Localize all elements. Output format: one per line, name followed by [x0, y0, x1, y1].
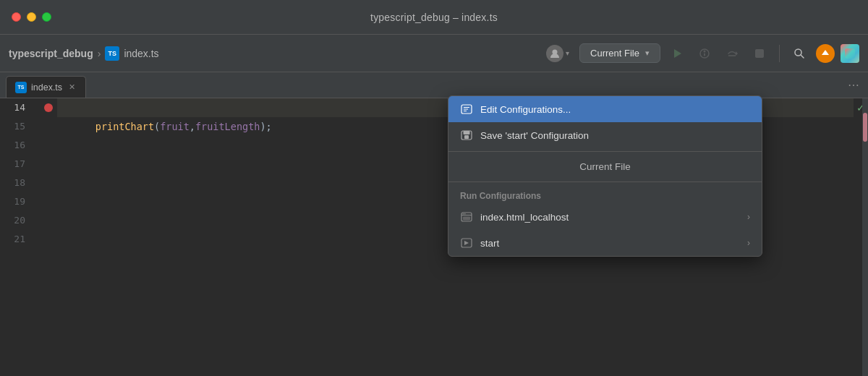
dropdown-separator: [448, 151, 762, 152]
gutter-cell: [40, 136, 57, 155]
breakpoint-cell[interactable]: [40, 98, 57, 117]
svg-rect-18: [464, 135, 469, 139]
gutter-cell: [40, 230, 57, 249]
run-config-dropdown-arrow: ▾: [645, 48, 650, 58]
run-config-button[interactable]: Current File ▾: [579, 43, 660, 63]
edit-config-icon: [460, 103, 473, 116]
editor-area: 14 15 16 17 18 19 20 21 printChart(fruit…: [0, 98, 868, 376]
dropdown-item-index-html[interactable]: index.html_localhost ›: [448, 204, 762, 230]
chevron-right-icon-2: ›: [747, 238, 750, 248]
svg-rect-11: [845, 48, 855, 59]
tab-close-button[interactable]: ✕: [67, 82, 77, 93]
user-avatar: [546, 45, 563, 62]
edit-configs-label: Edit Configurations...: [480, 104, 571, 115]
project-name[interactable]: typescript_debug: [9, 48, 93, 59]
gutter-cell: [40, 174, 57, 192]
index-html-label: index.html_localhost: [480, 212, 569, 223]
window-title: typescript_debug – index.ts: [370, 12, 498, 23]
line-number: 14: [0, 98, 33, 117]
start-run-icon: [460, 236, 473, 249]
line-number: 21: [0, 230, 33, 249]
svg-line-9: [801, 55, 804, 58]
start-label: start: [480, 238, 499, 249]
run-button[interactable]: [666, 43, 688, 64]
search-button[interactable]: [788, 43, 810, 64]
editor-gutter: [40, 98, 57, 376]
browser-run-icon: [460, 210, 473, 223]
run-configs-header: Run Configurations: [448, 185, 762, 204]
gutter-cell: [40, 155, 57, 174]
breadcrumb: typescript_debug › TS index.ts: [9, 46, 536, 61]
traffic-lights: [12, 12, 51, 22]
dropdown-menu: Edit Configurations... Save 'start' Conf…: [448, 95, 762, 257]
svg-point-21: [463, 213, 464, 215]
debug-button[interactable]: [694, 43, 715, 64]
gutter-cell: [40, 211, 57, 230]
breakpoint-indicator: [44, 103, 53, 112]
user-dropdown-arrow: ▾: [566, 49, 569, 57]
svg-point-22: [464, 213, 466, 215]
tab-file-icon: TS: [15, 82, 27, 93]
save-config-label: Save 'start' Configuration: [480, 130, 589, 141]
svg-rect-17: [464, 131, 470, 134]
maximize-button[interactable]: [42, 12, 51, 22]
line-number: 19: [0, 192, 33, 211]
scrollbar-track[interactable]: [862, 98, 868, 376]
svg-rect-4: [704, 53, 705, 56]
toolbar: typescript_debug › TS index.ts ▾ Current…: [0, 35, 868, 72]
minimize-button[interactable]: [27, 12, 36, 22]
line-number: 17: [0, 155, 33, 174]
dropdown-item-edit-configs[interactable]: Edit Configurations...: [448, 96, 762, 122]
dropdown-item-save-config[interactable]: Save 'start' Configuration: [448, 122, 762, 148]
svg-rect-7: [755, 49, 764, 58]
breadcrumb-separator: ›: [98, 48, 101, 59]
scrollbar-thumb[interactable]: [863, 113, 867, 142]
current-file-label: Current File: [579, 161, 631, 172]
line-number: 18: [0, 174, 33, 192]
chevron-right-icon: ›: [747, 212, 750, 222]
line-number: 16: [0, 136, 33, 155]
run-config-label: Current File: [590, 48, 639, 59]
stop-button[interactable]: [749, 43, 770, 64]
toolbar-divider: [779, 45, 780, 62]
gutter-cell: [40, 192, 57, 211]
svg-point-3: [704, 50, 706, 52]
tab-filename: index.ts: [31, 82, 62, 93]
file-type-icon: TS: [105, 46, 119, 61]
update-button[interactable]: [816, 44, 835, 63]
step-over-button[interactable]: [721, 43, 743, 64]
close-button[interactable]: [12, 12, 21, 22]
dropdown-item-current-file[interactable]: Current File: [448, 155, 762, 179]
user-button[interactable]: ▾: [542, 42, 574, 65]
tab-index-ts[interactable]: TS index.ts ✕: [6, 76, 86, 98]
svg-marker-5: [736, 51, 738, 56]
svg-marker-25: [464, 241, 469, 245]
line-number: 15: [0, 117, 33, 136]
jetbrains-logo[interactable]: [841, 44, 859, 63]
save-config-icon: [460, 129, 473, 142]
gutter-cell: [40, 117, 57, 136]
svg-rect-23: [463, 217, 470, 221]
svg-marker-10: [822, 50, 829, 55]
line-numbers: 14 15 16 17 18 19 20 21: [0, 98, 40, 376]
breadcrumb-filename[interactable]: index.ts: [124, 48, 158, 59]
svg-marker-1: [674, 49, 681, 58]
tabs-overflow-button[interactable]: ⋯: [845, 75, 862, 95]
tabs-bar: TS index.ts ✕ ⋯: [0, 72, 868, 98]
title-bar: typescript_debug – index.ts: [0, 0, 868, 35]
dropdown-separator-2: [448, 181, 762, 182]
line-number: 20: [0, 211, 33, 230]
dropdown-item-start[interactable]: start ›: [448, 230, 762, 256]
